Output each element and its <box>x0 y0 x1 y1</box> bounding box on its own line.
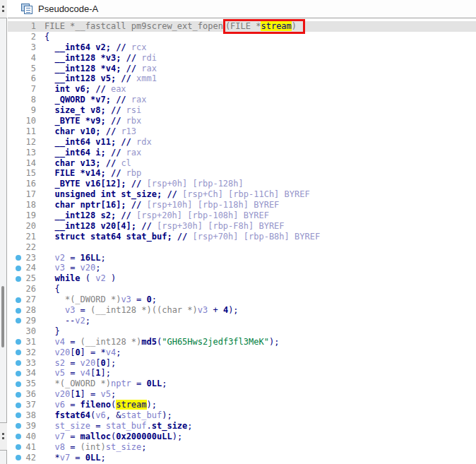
code-line[interactable]: 41 v8 = (int)st_size; <box>8 442 476 453</box>
line-number: 40 <box>26 432 36 441</box>
code-line[interactable]: 31 v4 = (__int128 *)md5("GH65Hws2jedf3fl… <box>8 337 476 347</box>
code-text: *(_OWORD *)nptr = 0LL; <box>40 379 167 389</box>
code-line[interactable]: 33 s2 = v20[0]; <box>8 358 476 369</box>
code-token: = <box>65 358 81 368</box>
line-gutter: 34 <box>8 368 40 379</box>
code-token: ; <box>116 347 121 357</box>
code-token: unsigned int st_size; // <box>44 189 182 199</box>
code-line[interactable]: 10 _BYTE *v9; // rbx <box>8 116 476 126</box>
code-line[interactable]: 19 __int128 s2; // [rsp+20h] [rbp-108h] … <box>8 210 476 221</box>
code-token: 0LL <box>147 379 162 388</box>
code-token: FILE *__fastcall pm9screw_ext_fopen <box>44 21 223 31</box>
code-line[interactable]: 12 __int64 v11; // rdx <box>8 137 476 148</box>
code-token: ); <box>147 400 157 410</box>
code-text: *(_DWORD *)v3 = 0; <box>40 295 157 305</box>
code-view[interactable]: 1FILE *__fastcall pm9screw_ext_fopen(FIL… <box>8 19 476 464</box>
code-line[interactable]: 9 size_t v8; // rsi <box>8 105 476 116</box>
code-line[interactable]: 21 struct stat64 stat_buf; // [rsp+70h] … <box>8 232 476 242</box>
line-gutter: 26 <box>8 284 40 295</box>
code-line[interactable]: 42 *v7 = 0LL; <box>8 453 476 463</box>
code-token: st_size <box>152 421 188 431</box>
line-number: 28 <box>26 305 36 315</box>
code-token: v3 <box>198 305 208 315</box>
code-line[interactable]: 28 v3 = (__int128 *)((char *)v3 + 4); <box>8 305 476 316</box>
code-line[interactable]: 2{ <box>8 32 476 42</box>
line-number: 10 <box>26 116 36 126</box>
code-line[interactable]: 11 char v10; // r13 <box>8 126 476 137</box>
code-token: , & <box>106 410 121 420</box>
code-token: = <box>75 305 90 315</box>
code-line[interactable]: 22 <box>8 242 476 253</box>
code-line[interactable]: 37 v6 = fileno(stream); <box>8 400 476 410</box>
code-line[interactable]: 13 __int64 i; // rax <box>8 148 476 158</box>
code-token: _BYTE v16[12]; // <box>44 179 147 189</box>
code-line[interactable]: 1FILE *__fastcall pm9screw_ext_fopen(FIL… <box>8 21 476 32</box>
code-line[interactable]: 16 _BYTE v16[12]; // [rsp+0h] [rbp-128h] <box>8 179 476 189</box>
code-token: __int128 v20[4]; // <box>44 221 157 231</box>
code-token: v20 <box>81 358 96 368</box>
code-token: char v13; // <box>44 158 121 168</box>
code-text: struct stat64 stat_buf; // [rsp+70h] [rb… <box>40 232 320 242</box>
code-line[interactable]: 15 FILE *v14; // rbp <box>8 168 476 179</box>
code-token: [rsp+20h] [rbp-108h] BYREF <box>136 210 269 220</box>
code-token: v7 <box>54 432 64 441</box>
code-text: { <box>40 32 49 42</box>
line-marker-dot-icon <box>16 444 21 450</box>
code-text: } <box>40 326 60 337</box>
line-number: 38 <box>26 410 36 420</box>
line-number: 7 <box>31 84 36 94</box>
code-line[interactable]: 18 char nptr[16]; // [rsp+10h] [rbp-118h… <box>8 200 476 210</box>
code-text: __int128 *v3; // rdi <box>40 53 157 64</box>
code-token: v7 <box>60 453 70 463</box>
code-line[interactable]: 39 st_size = stat_buf.st_size; <box>8 421 476 432</box>
code-line[interactable]: 14 char v13; // cl <box>8 158 476 169</box>
code-line[interactable]: 26 { <box>8 284 476 295</box>
code-line[interactable]: 36 v20[1] = v5; <box>8 389 476 400</box>
code-line[interactable]: 25 while ( v2 ) <box>8 273 476 284</box>
line-marker-dot-icon <box>16 266 21 271</box>
code-line[interactable]: 17 unsigned int st_size; // [rsp+Ch] [rb… <box>8 189 476 200</box>
code-line[interactable]: 24 v3 = v20; <box>8 263 476 273</box>
code-line[interactable]: 5 __int128 *v4; // rax <box>8 64 476 74</box>
line-gutter: 21 <box>8 232 40 242</box>
code-line[interactable]: 34 v5 = v4[1]; <box>8 368 476 379</box>
code-line[interactable]: 32 v20[0] = *v4; <box>8 347 476 358</box>
code-line[interactable]: 7 int v6; // eax <box>8 84 476 95</box>
line-marker-dot-icon <box>16 360 21 366</box>
code-token: __int128 v5; // <box>44 73 136 83</box>
code-line[interactable]: 4 __int128 *v3; // rdi <box>8 53 476 64</box>
grip-dot-icon <box>2 437 4 439</box>
code-line[interactable]: 35 *(_OWORD *)nptr = 0LL; <box>8 379 476 389</box>
code-line[interactable]: 30 } <box>8 326 476 337</box>
code-line[interactable]: 23 v2 = 16LL; <box>8 253 476 263</box>
dock-grip-icon[interactable] <box>0 0 7 18</box>
code-line[interactable]: 27 *(_DWORD *)v3 = 0; <box>8 295 476 305</box>
code-text: v7 = malloc(0x200000uLL); <box>40 432 182 442</box>
code-token <box>44 442 54 452</box>
scrollbar-thumb[interactable] <box>1 286 4 347</box>
code-line[interactable]: 38 fstat64(v6, &stat_buf); <box>8 410 476 421</box>
dock-grip-icon[interactable] <box>0 422 7 451</box>
code-token: = <box>65 253 81 263</box>
line-marker-dot-icon <box>16 381 21 387</box>
code-line[interactable]: 3 __int64 v2; // rcx <box>8 42 476 53</box>
tab-pseudocode-a[interactable]: Pseudocode-A <box>8 0 98 18</box>
code-token: 1 <box>75 389 80 399</box>
code-line[interactable]: 29 --v2; <box>8 316 476 326</box>
code-line[interactable]: 40 v7 = malloc(0x200000uLL); <box>8 432 476 442</box>
code-token: { <box>44 284 60 294</box>
code-token: { <box>44 32 49 42</box>
line-number: 26 <box>26 284 36 294</box>
code-token: [ <box>95 358 100 368</box>
code-token: v2 <box>95 273 105 283</box>
code-line[interactable]: 20 __int128 v20[4]; // [rsp+30h] [rbp-F8… <box>8 221 476 232</box>
code-text: FILE *v14; // rbp <box>40 168 141 179</box>
code-line[interactable]: 6 __int128 v5; // xmm1 <box>8 73 476 84</box>
code-token: ; <box>141 442 146 452</box>
code-line[interactable]: 8 _QWORD *v7; // rax <box>8 95 476 105</box>
line-marker-dot-icon <box>16 392 21 398</box>
code-token <box>44 358 54 368</box>
code-text: __int128 s2; // [rsp+20h] [rbp-108h] BYR… <box>40 210 269 221</box>
code-text: s2 = v20[0]; <box>40 358 116 369</box>
code-text: fstat64(v6, &stat_buf); <box>40 410 172 421</box>
